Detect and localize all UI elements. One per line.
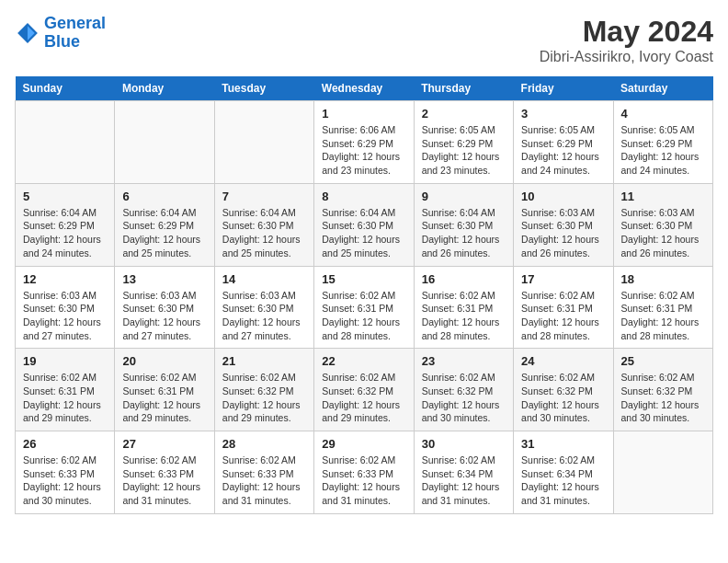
day-info: Sunrise: 6:05 AM Sunset: 6:29 PM Dayligh… (621, 123, 705, 178)
day-number: 20 (122, 354, 206, 368)
calendar-cell: 19Sunrise: 6:02 AM Sunset: 6:31 PM Dayli… (16, 349, 115, 431)
calendar-week-row: 26Sunrise: 6:02 AM Sunset: 6:33 PM Dayli… (16, 431, 713, 514)
day-info: Sunrise: 6:02 AM Sunset: 6:32 PM Dayligh… (422, 371, 506, 425)
calendar-cell: 24Sunrise: 6:02 AM Sunset: 6:32 PM Dayli… (514, 349, 613, 431)
day-info: Sunrise: 6:05 AM Sunset: 6:29 PM Dayligh… (521, 123, 605, 178)
day-number: 16 (422, 272, 506, 286)
day-number: 26 (23, 437, 107, 451)
calendar-table: SundayMondayTuesdayWednesdayThursdayFrid… (15, 76, 713, 514)
calendar-cell: 29Sunrise: 6:02 AM Sunset: 6:33 PM Dayli… (314, 431, 414, 514)
calendar-cell: 21Sunrise: 6:02 AM Sunset: 6:32 PM Dayli… (214, 349, 313, 431)
calendar-cell: 31Sunrise: 6:02 AM Sunset: 6:34 PM Dayli… (514, 431, 613, 514)
logo-icon (15, 20, 40, 46)
day-number: 28 (222, 437, 306, 451)
day-info: Sunrise: 6:02 AM Sunset: 6:32 PM Dayligh… (621, 371, 705, 425)
day-number: 22 (322, 354, 405, 368)
day-number: 15 (322, 272, 405, 286)
weekday-header: Monday (115, 76, 214, 101)
logo-line2: Blue (44, 33, 106, 52)
day-info: Sunrise: 6:04 AM Sunset: 6:30 PM Dayligh… (422, 206, 506, 260)
weekday-header: Saturday (613, 76, 712, 101)
calendar-cell: 16Sunrise: 6:02 AM Sunset: 6:31 PM Dayli… (414, 266, 513, 349)
calendar-cell: 12Sunrise: 6:03 AM Sunset: 6:30 PM Dayli… (16, 266, 115, 349)
day-info: Sunrise: 6:04 AM Sunset: 6:29 PM Dayligh… (23, 206, 107, 260)
day-info: Sunrise: 6:03 AM Sunset: 6:30 PM Dayligh… (621, 206, 705, 260)
day-number: 1 (322, 107, 405, 121)
day-number: 23 (422, 354, 506, 368)
day-number: 3 (521, 107, 605, 121)
day-number: 4 (621, 107, 705, 121)
day-info: Sunrise: 6:02 AM Sunset: 6:34 PM Dayligh… (422, 454, 506, 508)
calendar-cell: 27Sunrise: 6:02 AM Sunset: 6:33 PM Dayli… (115, 431, 214, 514)
day-number: 24 (521, 354, 605, 368)
day-info: Sunrise: 6:03 AM Sunset: 6:30 PM Dayligh… (521, 206, 605, 260)
day-info: Sunrise: 6:02 AM Sunset: 6:32 PM Dayligh… (322, 371, 405, 425)
calendar-cell: 7Sunrise: 6:04 AM Sunset: 6:30 PM Daylig… (214, 183, 313, 266)
calendar-cell (16, 101, 115, 184)
day-info: Sunrise: 6:02 AM Sunset: 6:33 PM Dayligh… (322, 454, 405, 508)
weekday-header: Friday (514, 76, 613, 101)
day-number: 19 (23, 354, 107, 368)
calendar-cell: 1Sunrise: 6:06 AM Sunset: 6:29 PM Daylig… (314, 101, 414, 184)
calendar-cell (214, 101, 313, 184)
day-info: Sunrise: 6:03 AM Sunset: 6:30 PM Dayligh… (222, 289, 306, 343)
calendar-cell: 2Sunrise: 6:05 AM Sunset: 6:29 PM Daylig… (414, 101, 513, 184)
calendar-cell: 13Sunrise: 6:03 AM Sunset: 6:30 PM Dayli… (115, 266, 214, 349)
day-number: 8 (322, 190, 405, 203)
day-number: 10 (521, 190, 605, 203)
day-info: Sunrise: 6:02 AM Sunset: 6:31 PM Dayligh… (422, 289, 506, 343)
calendar-cell (115, 101, 214, 184)
day-info: Sunrise: 6:02 AM Sunset: 6:32 PM Dayligh… (222, 371, 306, 425)
day-number: 31 (521, 437, 605, 451)
day-number: 13 (122, 272, 206, 286)
day-info: Sunrise: 6:04 AM Sunset: 6:29 PM Dayligh… (122, 206, 206, 260)
calendar-cell: 22Sunrise: 6:02 AM Sunset: 6:32 PM Dayli… (314, 349, 414, 431)
calendar-body: 1Sunrise: 6:06 AM Sunset: 6:29 PM Daylig… (16, 101, 713, 514)
weekday-header: Sunday (16, 76, 115, 101)
day-number: 5 (23, 190, 107, 203)
calendar-week-row: 19Sunrise: 6:02 AM Sunset: 6:31 PM Dayli… (16, 349, 713, 431)
day-number: 7 (222, 190, 306, 203)
day-info: Sunrise: 6:03 AM Sunset: 6:30 PM Dayligh… (122, 289, 206, 343)
day-number: 18 (621, 272, 705, 286)
day-number: 11 (621, 190, 705, 203)
calendar-cell: 26Sunrise: 6:02 AM Sunset: 6:33 PM Dayli… (16, 431, 115, 514)
day-info: Sunrise: 6:02 AM Sunset: 6:33 PM Dayligh… (122, 454, 206, 508)
day-info: Sunrise: 6:02 AM Sunset: 6:31 PM Dayligh… (521, 289, 605, 343)
day-number: 2 (422, 107, 506, 121)
calendar-cell: 3Sunrise: 6:05 AM Sunset: 6:29 PM Daylig… (514, 101, 613, 184)
weekday-header-row: SundayMondayTuesdayWednesdayThursdayFrid… (16, 76, 713, 101)
day-number: 9 (422, 190, 506, 203)
calendar-cell: 25Sunrise: 6:02 AM Sunset: 6:32 PM Dayli… (613, 349, 712, 431)
day-info: Sunrise: 6:02 AM Sunset: 6:31 PM Dayligh… (23, 371, 107, 425)
calendar-cell: 15Sunrise: 6:02 AM Sunset: 6:31 PM Dayli… (314, 266, 414, 349)
calendar-cell: 8Sunrise: 6:04 AM Sunset: 6:30 PM Daylig… (314, 183, 414, 266)
subtitle: Dibri-Assirikro, Ivory Coast (540, 49, 713, 65)
logo-text: General Blue (44, 15, 106, 52)
day-info: Sunrise: 6:06 AM Sunset: 6:29 PM Dayligh… (322, 123, 405, 178)
calendar-cell: 28Sunrise: 6:02 AM Sunset: 6:33 PM Dayli… (214, 431, 313, 514)
day-info: Sunrise: 6:02 AM Sunset: 6:32 PM Dayligh… (521, 371, 605, 425)
main-title: May 2024 (540, 15, 713, 49)
day-number: 6 (122, 190, 206, 203)
calendar-cell: 14Sunrise: 6:03 AM Sunset: 6:30 PM Dayli… (214, 266, 313, 349)
day-number: 29 (322, 437, 405, 451)
day-number: 25 (621, 354, 705, 368)
day-info: Sunrise: 6:02 AM Sunset: 6:34 PM Dayligh… (521, 454, 605, 508)
day-info: Sunrise: 6:04 AM Sunset: 6:30 PM Dayligh… (222, 206, 306, 260)
day-number: 30 (422, 437, 506, 451)
day-number: 27 (122, 437, 206, 451)
logo-line1: General (44, 14, 106, 32)
calendar-cell: 9Sunrise: 6:04 AM Sunset: 6:30 PM Daylig… (414, 183, 513, 266)
day-number: 12 (23, 272, 107, 286)
calendar-cell: 5Sunrise: 6:04 AM Sunset: 6:29 PM Daylig… (16, 183, 115, 266)
day-info: Sunrise: 6:03 AM Sunset: 6:30 PM Dayligh… (23, 289, 107, 343)
weekday-header: Wednesday (314, 76, 414, 101)
day-info: Sunrise: 6:04 AM Sunset: 6:30 PM Dayligh… (322, 206, 405, 260)
calendar-cell (613, 431, 712, 514)
day-number: 17 (521, 272, 605, 286)
day-info: Sunrise: 6:02 AM Sunset: 6:31 PM Dayligh… (322, 289, 405, 343)
day-info: Sunrise: 6:05 AM Sunset: 6:29 PM Dayligh… (422, 123, 506, 178)
calendar-cell: 17Sunrise: 6:02 AM Sunset: 6:31 PM Dayli… (514, 266, 613, 349)
page-header: General Blue May 2024 Dibri-Assirikro, I… (15, 15, 713, 65)
